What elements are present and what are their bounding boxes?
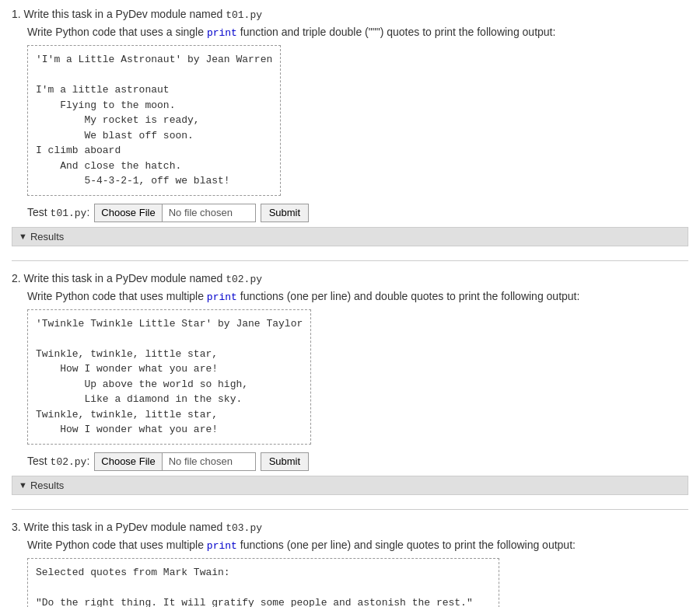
submit-button-1[interactable]: Submit: [261, 204, 309, 222]
file-chosen-label-2: No file chosen: [163, 452, 256, 471]
file-row-2: Test t02.py:Choose FileNo file chosenSub…: [27, 452, 688, 471]
module-name-1: t01.py: [226, 9, 262, 21]
keyword-3: print: [207, 540, 237, 552]
task-section-1: 1. Write this task in a PyDev module nam…: [12, 8, 688, 246]
file-label-1: Test t01.py:: [27, 206, 89, 219]
task-title-1: 1. Write this task in a PyDev module nam…: [12, 8, 688, 21]
keyword-1: print: [207, 27, 237, 39]
module-name-2: t02.py: [226, 274, 262, 285]
results-bar-1[interactable]: ▼Results: [12, 227, 688, 246]
code-box-1: 'I'm a Little Astronaut' by Jean Warren …: [27, 45, 281, 196]
file-module-1: t01.py: [51, 208, 87, 219]
choose-file-button-1[interactable]: Choose File: [94, 204, 162, 222]
code-box-3: Selected quotes from Mark Twain: "Do the…: [27, 558, 499, 608]
file-chosen-label-1: No file chosen: [163, 204, 256, 222]
results-triangle-2: ▼: [19, 480, 27, 490]
file-row-1: Test t01.py:Choose FileNo file chosenSub…: [27, 204, 688, 222]
task-desc-1: Write Python code that uses a single pri…: [27, 26, 688, 39]
submit-button-2[interactable]: Submit: [261, 452, 309, 471]
results-label-2: Results: [30, 480, 64, 491]
file-input-wrapper-2: Choose FileNo file chosen: [94, 452, 255, 471]
results-triangle-1: ▼: [19, 232, 27, 241]
keyword-2: print: [207, 291, 237, 303]
module-name-3: t03.py: [226, 522, 262, 534]
divider-2: [12, 509, 688, 510]
divider-1: [12, 260, 688, 261]
code-box-2: 'Twinkle Twinkle Little Star' by Jane Ta…: [27, 309, 311, 445]
task-desc-2: Write Python code that uses multiple pri…: [27, 290, 688, 303]
results-bar-2[interactable]: ▼Results: [12, 476, 688, 495]
results-label-1: Results: [30, 231, 64, 242]
file-label-2: Test t02.py:: [27, 455, 89, 468]
task-desc-3: Write Python code that uses multiple pri…: [27, 539, 688, 552]
task-section-2: 2. Write this task in a PyDev module nam…: [12, 272, 688, 495]
file-module-2: t02.py: [51, 456, 87, 468]
task-title-3: 3. Write this task in a PyDev module nam…: [12, 521, 688, 534]
choose-file-button-2[interactable]: Choose File: [94, 452, 162, 471]
file-input-wrapper-1: Choose FileNo file chosen: [94, 204, 255, 222]
task-title-2: 2. Write this task in a PyDev module nam…: [12, 272, 688, 285]
task-section-3: 3. Write this task in a PyDev module nam…: [12, 521, 688, 608]
